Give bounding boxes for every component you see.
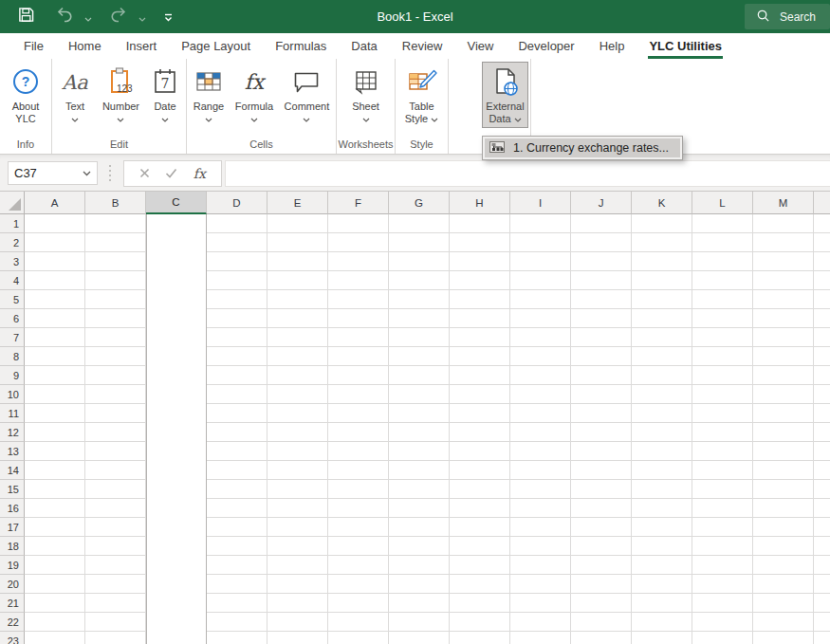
row-header-11[interactable]: 11 (0, 404, 25, 423)
tab-developer[interactable]: Developer (506, 33, 586, 59)
row-header-7[interactable]: 7 (0, 328, 25, 347)
tab-review[interactable]: Review (390, 33, 455, 59)
undo-icon (55, 7, 74, 27)
external-data-button[interactable]: ExternalData (482, 62, 528, 128)
group-label: Style (397, 137, 447, 154)
insert-function-button[interactable]: fx (194, 166, 206, 181)
help-icon: ? (11, 67, 40, 100)
column-header-e[interactable]: E (267, 192, 328, 214)
row-header-4[interactable]: 4 (0, 271, 25, 290)
external-data-icon (490, 66, 521, 101)
ribbon-group-info: ?AboutYLCInfo (0, 59, 52, 154)
save-button[interactable] (11, 0, 41, 33)
chevron-down-icon (84, 9, 92, 26)
date-button[interactable]: 7Date (146, 62, 184, 125)
column-header-j[interactable]: J (571, 192, 632, 214)
enter-icon[interactable] (165, 165, 177, 182)
ribbon: ?AboutYLCInfoAaText123Number7DateEditRan… (0, 59, 830, 155)
chevron-down-icon (250, 109, 258, 125)
tab-view[interactable]: View (454, 33, 506, 59)
search-icon (756, 9, 770, 26)
tab-label: Insert (126, 39, 157, 53)
tab-page-layout[interactable]: Page Layout (169, 33, 263, 59)
name-box-dropdown-icon[interactable] (83, 171, 91, 176)
row-header-20[interactable]: 20 (0, 575, 25, 594)
column-header-g[interactable]: G (389, 192, 450, 214)
row-header-23[interactable]: 23 (0, 632, 25, 644)
number-icon: 123 (105, 66, 136, 101)
tab-ylc-utilities[interactable]: YLC Utilities (636, 33, 734, 59)
row-header-17[interactable]: 17 (0, 518, 25, 537)
tab-insert[interactable]: Insert (114, 33, 170, 59)
column-header-f[interactable]: F (328, 192, 389, 214)
tab-data[interactable]: Data (339, 33, 389, 59)
tab-help[interactable]: Help (587, 33, 637, 59)
column-header-l[interactable]: L (692, 192, 753, 214)
comment-button[interactable]: Comment (280, 62, 334, 125)
column-header-d[interactable]: D (207, 192, 267, 214)
text-button[interactable]: AaText (54, 62, 96, 125)
row-header-2[interactable]: 2 (0, 233, 25, 252)
column-header-k[interactable]: K (632, 192, 692, 214)
row-header-10[interactable]: 10 (0, 385, 25, 404)
tab-home[interactable]: Home (56, 33, 114, 59)
svg-text:fx: fx (245, 70, 267, 94)
svg-text:123: 123 (117, 83, 133, 94)
undo-button[interactable] (48, 0, 81, 33)
redo-dropdown-button[interactable] (136, 0, 149, 33)
external-data-dropdown-menu: 1. Currency exchange rates... (482, 136, 683, 160)
group-label: Worksheets (338, 137, 394, 154)
tab-label: Data (351, 39, 377, 53)
row-header-16[interactable]: 16 (0, 499, 25, 518)
ribbon-group-worksheets: SheetWorksheets (337, 59, 396, 154)
selected-column-c[interactable] (146, 214, 207, 644)
undo-dropdown-button[interactable] (82, 0, 95, 33)
tab-file[interactable]: File (11, 33, 56, 59)
row-header-12[interactable]: 12 (0, 423, 25, 442)
group-label: Edit (53, 137, 185, 154)
button-label: Table (409, 101, 433, 113)
row-header-15[interactable]: 15 (0, 480, 25, 499)
formula-input[interactable] (225, 160, 830, 187)
tab-label: View (467, 39, 493, 53)
formula-bar-grip[interactable] (109, 165, 111, 181)
row-header-18[interactable]: 18 (0, 537, 25, 556)
row-header-6[interactable]: 6 (0, 309, 25, 328)
customize-quick-access-toolbar-button[interactable] (157, 0, 180, 33)
row-header-13[interactable]: 13 (0, 442, 25, 461)
row-header-8[interactable]: 8 (0, 347, 25, 366)
formula-button[interactable]: fxFormula (231, 62, 278, 125)
column-header-a[interactable]: A (25, 192, 85, 214)
column-header-i[interactable]: I (510, 192, 571, 214)
column-header-h[interactable]: H (450, 192, 510, 214)
row-header-22[interactable]: 22 (0, 613, 25, 632)
menu-item-1-currency-exchange-rates[interactable]: 1. Currency exchange rates... (485, 138, 680, 157)
column-header-m[interactable]: M (753, 192, 814, 214)
name-box[interactable]: C37 (8, 161, 98, 185)
row-header-5[interactable]: 5 (0, 290, 25, 309)
select-all-button[interactable] (0, 192, 25, 214)
redo-button[interactable] (102, 0, 135, 33)
row-header-3[interactable]: 3 (0, 252, 25, 271)
number-button[interactable]: 123Number (98, 62, 144, 125)
column-header-b[interactable]: B (85, 192, 146, 214)
tab-label: Home (68, 39, 101, 53)
currency-exchange-rates-icon (489, 140, 506, 156)
row-header-21[interactable]: 21 (0, 594, 25, 613)
column-header-c[interactable]: C (146, 192, 207, 214)
row-header-1[interactable]: 1 (0, 214, 25, 233)
search-box[interactable]: Search (745, 4, 830, 29)
cancel-icon[interactable] (139, 165, 150, 182)
svg-text:?: ? (22, 74, 30, 89)
range-button[interactable]: Range (189, 62, 229, 125)
row-header-9[interactable]: 9 (0, 366, 25, 385)
column-header-partial[interactable] (814, 192, 830, 214)
tab-formulas[interactable]: Formulas (263, 33, 339, 59)
about-ylc-button[interactable]: ?AboutYLC (7, 62, 45, 128)
ribbon-group-cells: RangefxFormulaCommentCells (187, 59, 337, 154)
row-header-14[interactable]: 14 (0, 461, 25, 480)
table-style-button[interactable]: TableStyle (400, 62, 443, 128)
button-label: YLC (15, 113, 35, 125)
row-header-19[interactable]: 19 (0, 556, 25, 575)
sheet-button[interactable]: Sheet (347, 62, 385, 125)
